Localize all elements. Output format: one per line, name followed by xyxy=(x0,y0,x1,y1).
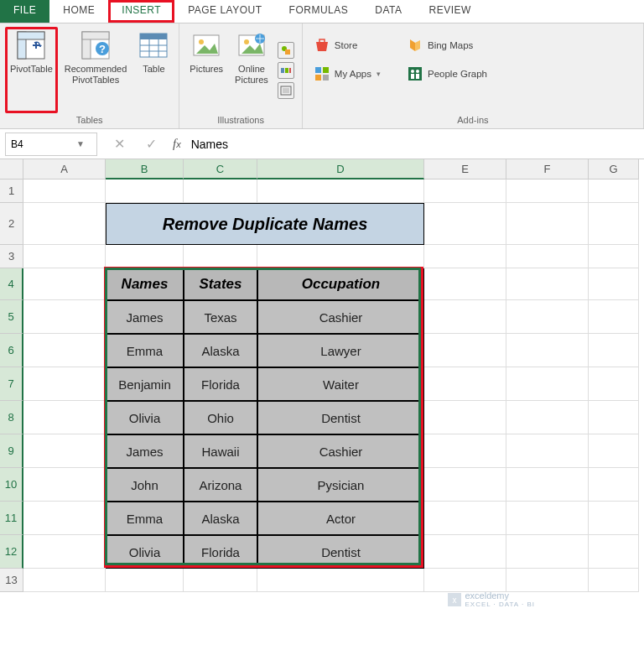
tab-review[interactable]: REVIEW xyxy=(415,0,484,23)
cell-C10[interactable]: Arizona xyxy=(184,468,257,502)
row-header-13[interactable]: 13 xyxy=(0,569,23,592)
cell-A5[interactable] xyxy=(23,300,106,334)
cell-C7[interactable]: Florida xyxy=(184,367,257,401)
cell-A4[interactable] xyxy=(23,268,106,300)
cell-G8[interactable] xyxy=(589,401,639,434)
col-header-A[interactable]: A xyxy=(23,159,106,179)
cell-F8[interactable] xyxy=(506,401,589,434)
cell-G4[interactable] xyxy=(589,268,639,300)
row-header-7[interactable]: 7 xyxy=(0,367,23,401)
tab-file[interactable]: FILE xyxy=(0,0,49,23)
cell-E2[interactable] xyxy=(424,203,506,245)
pictures-button[interactable]: Pictures xyxy=(184,27,228,113)
pivottable-button[interactable]: PivotTable xyxy=(5,27,58,113)
cell-D5[interactable]: Cashier xyxy=(257,300,424,334)
cell-D12[interactable]: Dentist xyxy=(257,535,424,569)
table-button[interactable]: Table xyxy=(133,27,174,113)
cell-A3[interactable] xyxy=(23,245,106,268)
cell-C11[interactable]: Alaska xyxy=(184,502,257,535)
cell-G7[interactable] xyxy=(589,367,639,401)
col-header-C[interactable]: C xyxy=(184,159,257,179)
enter-icon[interactable]: ✓ xyxy=(141,136,161,152)
worksheet-grid[interactable]: ABCDEFG 12345678910111213 Remove Duplica… xyxy=(0,159,644,650)
col-header-D[interactable]: D xyxy=(257,159,424,179)
cell-A11[interactable] xyxy=(23,502,106,535)
cell-D3[interactable] xyxy=(257,245,424,268)
cell-B4[interactable]: Names xyxy=(106,268,184,300)
cell-F11[interactable] xyxy=(506,502,589,535)
cell-F10[interactable] xyxy=(506,468,589,502)
cell-G13[interactable] xyxy=(589,569,639,592)
cell-A6[interactable] xyxy=(23,334,106,367)
tab-insert[interactable]: INSERT xyxy=(108,0,174,23)
row-header-10[interactable]: 10 xyxy=(0,468,23,502)
cell-A9[interactable] xyxy=(23,434,106,468)
cell-B5[interactable]: James xyxy=(106,300,184,334)
cell-F3[interactable] xyxy=(506,245,589,268)
cell-E5[interactable] xyxy=(424,300,506,334)
cell-E3[interactable] xyxy=(424,245,506,268)
people-graph-button[interactable]: People Graph xyxy=(402,64,492,84)
row-header-12[interactable]: 12 xyxy=(0,535,23,569)
cell-B11[interactable]: Emma xyxy=(106,502,184,535)
screenshot-icon[interactable] xyxy=(278,82,294,99)
cell-G3[interactable] xyxy=(589,245,639,268)
cell-F4[interactable] xyxy=(506,268,589,300)
cell-G2[interactable] xyxy=(589,203,639,245)
cell-D8[interactable]: Dentist xyxy=(257,401,424,434)
cell-G9[interactable] xyxy=(589,434,639,468)
cell-C3[interactable] xyxy=(184,245,257,268)
cell-F12[interactable] xyxy=(506,535,589,569)
col-header-B[interactable]: B xyxy=(106,159,184,179)
cell-C6[interactable]: Alaska xyxy=(184,334,257,367)
cell-E4[interactable] xyxy=(424,268,506,300)
bing-maps-button[interactable]: Bing Maps xyxy=(402,35,492,55)
cell-B10[interactable]: John xyxy=(106,468,184,502)
cell-E11[interactable] xyxy=(424,502,506,535)
cell-B12[interactable]: Olivia xyxy=(106,535,184,569)
cell-C8[interactable]: Ohio xyxy=(184,401,257,434)
cell-A8[interactable] xyxy=(23,401,106,434)
cell-B2[interactable]: Remove Duplicate Names xyxy=(106,203,424,245)
cell-G5[interactable] xyxy=(589,300,639,334)
row-header-4[interactable]: 4 xyxy=(0,268,23,300)
cell-G10[interactable] xyxy=(589,468,639,502)
cell-A13[interactable] xyxy=(23,569,106,592)
cell-A2[interactable] xyxy=(23,203,106,245)
cell-E12[interactable] xyxy=(424,535,506,569)
cell-E8[interactable] xyxy=(424,401,506,434)
cell-E13[interactable] xyxy=(424,569,506,592)
row-header-8[interactable]: 8 xyxy=(0,401,23,434)
cell-F7[interactable] xyxy=(506,367,589,401)
row-header-5[interactable]: 5 xyxy=(0,300,23,334)
name-box[interactable]: ▼ xyxy=(5,133,97,156)
cell-B3[interactable] xyxy=(106,245,184,268)
cell-F6[interactable] xyxy=(506,334,589,367)
cell-B8[interactable]: Olivia xyxy=(106,401,184,434)
cell-F1[interactable] xyxy=(506,179,589,203)
row-header-11[interactable]: 11 xyxy=(0,502,23,535)
name-box-dropdown-icon[interactable]: ▼ xyxy=(73,139,88,148)
cell-E1[interactable] xyxy=(424,179,506,203)
cell-F2[interactable] xyxy=(506,203,589,245)
select-all-corner[interactable] xyxy=(0,159,23,179)
tab-home[interactable]: HOME xyxy=(49,0,108,23)
cell-D10[interactable]: Pysician xyxy=(257,468,424,502)
cell-B13[interactable] xyxy=(106,569,184,592)
online-pictures-button[interactable]: Online Pictures xyxy=(230,27,273,113)
cell-C5[interactable]: Texas xyxy=(184,300,257,334)
cell-G6[interactable] xyxy=(589,334,639,367)
cell-E9[interactable] xyxy=(424,434,506,468)
cell-E7[interactable] xyxy=(424,367,506,401)
row-header-6[interactable]: 6 xyxy=(0,334,23,367)
cell-D7[interactable]: Waiter xyxy=(257,367,424,401)
tab-page-layout[interactable]: PAGE LAYOUT xyxy=(174,0,275,23)
row-header-1[interactable]: 1 xyxy=(0,179,23,203)
cell-B6[interactable]: Emma xyxy=(106,334,184,367)
cell-C9[interactable]: Hawaii xyxy=(184,434,257,468)
tab-formulas[interactable]: FORMULAS xyxy=(276,0,362,23)
cell-A12[interactable] xyxy=(23,535,106,569)
tab-data[interactable]: DATA xyxy=(361,0,415,23)
cell-B7[interactable]: Benjamin xyxy=(106,367,184,401)
cell-B9[interactable]: James xyxy=(106,434,184,468)
